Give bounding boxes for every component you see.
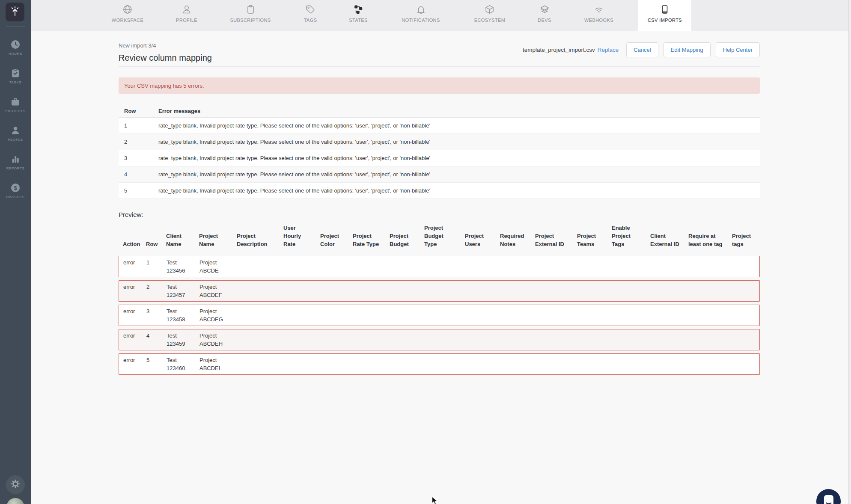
preview-cell: 5	[142, 354, 162, 374]
preview-cell	[684, 256, 728, 277]
replace-link[interactable]: Replace	[598, 47, 619, 53]
sidebar-item-label: TASKS	[9, 80, 22, 84]
sidebar-item-people[interactable]: PEOPLE	[0, 119, 31, 148]
cube-icon	[485, 4, 495, 15]
header-divider	[119, 66, 760, 67]
preview-cell	[646, 281, 684, 301]
sidebar-item-hours[interactable]: HOURS	[0, 33, 31, 62]
preview-cell	[608, 329, 646, 350]
tab-ecosystem[interactable]: ECOSYSTEM	[474, 0, 506, 31]
error-row-message: rate_type blank, Invalid project rate ty…	[158, 139, 760, 145]
preview-cell	[728, 281, 760, 301]
tab-states[interactable]: STATES	[349, 0, 368, 31]
tab-label: WORKSPACE	[112, 18, 143, 23]
preview-column-header: ClientExternal ID	[646, 232, 684, 248]
errors-table: Row Error messages 1rate_type blank, Inv…	[119, 104, 760, 199]
preview-cell: Test 123458	[162, 305, 195, 326]
error-row: 4rate_type blank, Invalid project rate t…	[119, 166, 760, 183]
preview-cell	[316, 329, 349, 350]
preview-cell	[280, 281, 316, 301]
preview-cell	[646, 354, 684, 374]
cancel-button[interactable]: Cancel	[626, 42, 658, 57]
preview-cell	[316, 281, 349, 301]
chat-icon	[822, 493, 835, 504]
user-avatar[interactable]	[6, 498, 24, 504]
header-actions: template_project_import.csv Replace Canc…	[523, 42, 760, 57]
layers-icon	[539, 4, 550, 15]
tab-webhooks[interactable]: WEBHOOKS	[584, 0, 613, 31]
preview-cell	[496, 281, 531, 301]
preview-row: error4Test 123459Project ABCDEH	[119, 329, 760, 350]
preview-cell	[496, 329, 531, 350]
tab-label: SUBSCRIPTIONS	[230, 18, 271, 23]
preview-cell	[573, 305, 608, 326]
vertical-scrollbar[interactable]	[848, 0, 851, 504]
tab-profile[interactable]: PROFILE	[176, 0, 197, 31]
page-title: Review column mapping	[119, 52, 212, 63]
preview-column-header: ProjectColor	[316, 232, 348, 248]
preview-label: Preview:	[119, 211, 143, 219]
tab-csv-imports[interactable]: CSV IMPORTS	[638, 0, 691, 31]
bar-chart-icon	[10, 154, 21, 165]
preview-table-body: error1Test 123456Project ABCDEerror2Test…	[119, 256, 760, 375]
preview-column-header: ProjectName	[195, 232, 232, 248]
preview-column-header: Require atleast one tag	[684, 232, 728, 248]
preview-cell	[386, 256, 420, 277]
preview-cell	[280, 305, 316, 326]
preview-cell	[461, 256, 496, 277]
preview-cell	[280, 329, 316, 350]
preview-cell	[420, 329, 461, 350]
everhour-logo-icon	[9, 6, 21, 18]
preview-cell	[349, 329, 386, 350]
preview-cell: error	[119, 305, 142, 326]
preview-row: error3Test 123458Project ABCDEG	[119, 305, 760, 326]
preview-cell	[531, 305, 573, 326]
preview-cell	[728, 329, 760, 350]
preview-row: error2Test 123457Project ABCDEF	[119, 280, 760, 302]
error-row-message: rate_type blank, Invalid project rate ty…	[158, 187, 760, 194]
tab-workspace[interactable]: WORKSPACE	[112, 0, 143, 31]
preview-cell	[608, 256, 646, 277]
sidebar-nav: HOURS TASKS PROJECTS PEOPLE REPORTS	[0, 33, 31, 205]
sidebar-item-reports[interactable]: REPORTS	[0, 148, 31, 176]
preview-cell	[531, 281, 573, 301]
error-row: 3rate_type blank, Invalid project rate t…	[119, 150, 760, 166]
preview-cell	[233, 354, 280, 374]
clock-icon	[10, 39, 21, 50]
preview-cell	[386, 281, 420, 301]
tab-tags[interactable]: TAGS	[304, 0, 317, 31]
preview-cell	[420, 281, 461, 301]
gear-icon	[11, 479, 20, 490]
edit-mapping-button[interactable]: Edit Mapping	[664, 42, 711, 57]
preview-cell	[386, 329, 420, 350]
tab-subscriptions[interactable]: SUBSCRIPTIONS	[230, 0, 271, 31]
app-logo[interactable]	[6, 3, 24, 21]
error-row-number: 5	[119, 187, 158, 194]
sidebar-item-invoices[interactable]: $ INVOICES	[0, 176, 31, 205]
preview-cell: Project ABCDEG	[195, 305, 233, 326]
preview-cell	[316, 354, 349, 374]
preview-cell	[420, 305, 461, 326]
preview-cell	[608, 281, 646, 301]
settings-button[interactable]	[6, 475, 25, 494]
tab-label: STATES	[349, 18, 368, 23]
tasks-icon	[10, 68, 21, 79]
help-center-button[interactable]: Help Center	[716, 42, 760, 57]
error-banner: Your CSV mapping has 5 errors.	[119, 77, 760, 94]
sidebar-item-projects[interactable]: PROJECTS	[0, 90, 31, 119]
preview-cell	[349, 281, 386, 301]
sidebar: HOURS TASKS PROJECTS PEOPLE REPORTS	[0, 0, 31, 504]
preview-cell	[573, 281, 608, 301]
preview-row: error5Test 123460Project ABCDEI	[119, 353, 760, 375]
preview-column-header: ClientName	[162, 232, 195, 248]
preview-cell: error	[119, 281, 142, 301]
preview-cell	[684, 354, 728, 374]
tab-notifications[interactable]: NOTIFICATIONS	[402, 0, 440, 31]
errors-column-row: Row	[119, 108, 158, 114]
error-row-number: 4	[119, 171, 158, 178]
preview-column-header: UserHourlyRate	[279, 224, 316, 248]
tab-devs[interactable]: DEVS	[538, 0, 551, 31]
preview-cell	[316, 305, 349, 326]
preview-cell	[349, 354, 386, 374]
sidebar-item-tasks[interactable]: TASKS	[0, 62, 31, 90]
